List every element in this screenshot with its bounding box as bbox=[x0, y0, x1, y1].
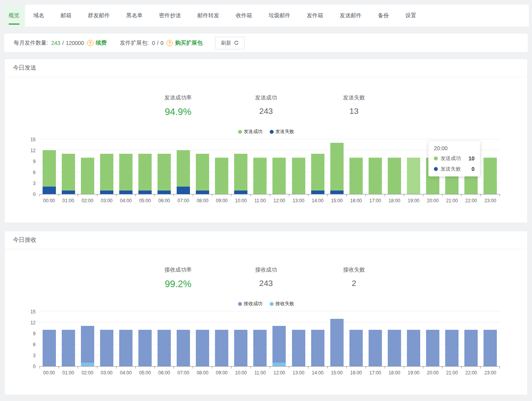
bar-13:00[interactable] bbox=[289, 312, 308, 366]
refresh-button[interactable]: 刷新 bbox=[215, 37, 245, 49]
bar-06:00[interactable] bbox=[154, 140, 174, 194]
bar-segment-接收成功 bbox=[445, 330, 459, 366]
question-circle-icon[interactable]: ? bbox=[87, 40, 93, 46]
legend-item-接收失败[interactable]: 接收失败 bbox=[270, 300, 294, 307]
legend-item-发送成功[interactable]: 发送成功 bbox=[238, 128, 263, 135]
receive-stats-row: 接收成功率99.2%接收成功243接收失败2 bbox=[5, 266, 527, 290]
bar-22:00[interactable] bbox=[462, 312, 481, 366]
bar-20:00[interactable] bbox=[423, 312, 442, 366]
axis-tick bbox=[39, 367, 59, 369]
bar-11:00[interactable] bbox=[251, 140, 270, 194]
bar-18:00[interactable] bbox=[385, 312, 404, 366]
tooltip-title: 20:00 bbox=[434, 145, 475, 151]
bar-stack bbox=[234, 154, 247, 194]
bar-21:00[interactable] bbox=[442, 312, 462, 366]
stat-发送失败: 发送失败13 bbox=[310, 94, 398, 117]
bar-23:00[interactable] bbox=[481, 312, 500, 366]
question-circle-icon[interactable]: ? bbox=[167, 40, 173, 46]
bar-00:00[interactable] bbox=[39, 312, 59, 366]
axis-tick bbox=[328, 194, 347, 196]
bar-segment-接收成功 bbox=[311, 330, 324, 366]
tab-群发邮件[interactable]: 群发邮件 bbox=[80, 5, 118, 27]
legend-item-发送失败[interactable]: 发送失败 bbox=[270, 128, 294, 135]
tab-设置[interactable]: 设置 bbox=[397, 5, 425, 27]
bar-15:00[interactable] bbox=[327, 312, 346, 366]
bar-14:00[interactable] bbox=[308, 312, 327, 366]
x-axis-label: 09:00 bbox=[212, 198, 231, 203]
bar-09:00[interactable] bbox=[212, 140, 231, 194]
stat-发送成功: 发送成功243 bbox=[222, 94, 310, 117]
tab-垃圾邮件[interactable]: 垃圾邮件 bbox=[260, 5, 299, 27]
bar-17:00[interactable] bbox=[365, 312, 385, 366]
tab-发送邮件[interactable]: 发送邮件 bbox=[331, 5, 370, 27]
bar-08:00[interactable] bbox=[193, 312, 212, 366]
bar-stack bbox=[330, 319, 344, 366]
bar-18:00[interactable] bbox=[385, 140, 404, 194]
bar-02:00[interactable] bbox=[78, 140, 97, 194]
tab-发件箱[interactable]: 发件箱 bbox=[299, 5, 331, 27]
tooltip-series-label: 发送失败 bbox=[441, 165, 461, 173]
axis-tick bbox=[385, 367, 404, 369]
x-axis-label: 00:00 bbox=[39, 198, 59, 203]
bar-19:00[interactable] bbox=[404, 312, 423, 366]
bar-07:00[interactable] bbox=[174, 140, 193, 194]
bar-23:00[interactable] bbox=[481, 140, 500, 194]
tab-label: 备份 bbox=[378, 12, 389, 19]
bar-10:00[interactable] bbox=[231, 312, 251, 366]
x-axis-label: 06:00 bbox=[154, 370, 174, 376]
bar-11:00[interactable] bbox=[251, 312, 270, 366]
bar-00:00[interactable] bbox=[39, 140, 59, 194]
bar-05:00[interactable] bbox=[135, 312, 154, 366]
legend-label: 发送成功 bbox=[244, 128, 263, 135]
x-axis-label: 11:00 bbox=[251, 370, 270, 376]
bar-segment-发送失败 bbox=[311, 191, 324, 194]
tab-邮件转发[interactable]: 邮件转发 bbox=[189, 5, 227, 27]
axis-tick bbox=[174, 194, 193, 196]
legend-item-接收成功[interactable]: 接收成功 bbox=[238, 300, 263, 307]
bar-08:00[interactable] bbox=[193, 140, 212, 194]
bar-03:00[interactable] bbox=[97, 312, 116, 366]
x-axis-label: 10:00 bbox=[231, 198, 251, 203]
bar-17:00[interactable] bbox=[365, 140, 385, 194]
tab-密件抄送[interactable]: 密件抄送 bbox=[151, 5, 189, 27]
send-chart-legend: 发送成功发送失败 bbox=[5, 128, 527, 135]
tab-收件箱[interactable]: 收件箱 bbox=[227, 5, 260, 27]
bar-06:00[interactable] bbox=[154, 312, 174, 366]
stat-value: 13 bbox=[310, 106, 398, 116]
chart-tooltip: 20:00 发送成功10发送失败0 bbox=[428, 141, 480, 176]
buy-expansion-pack-link[interactable]: 购买扩展包 bbox=[175, 40, 202, 47]
axis-tick bbox=[251, 367, 270, 369]
bars-row bbox=[39, 312, 500, 366]
y-axis-label: 0 bbox=[33, 364, 36, 369]
bar-segment-发送失败 bbox=[62, 191, 75, 194]
tab-域名[interactable]: 域名 bbox=[25, 5, 52, 27]
bar-15:00[interactable] bbox=[327, 140, 346, 194]
bar-02:00[interactable] bbox=[78, 312, 97, 366]
tab-黑名单[interactable]: 黑名单 bbox=[118, 5, 151, 27]
axis-tick bbox=[193, 194, 212, 196]
bar-01:00[interactable] bbox=[59, 140, 78, 194]
bar-16:00[interactable] bbox=[346, 312, 365, 366]
bar-09:00[interactable] bbox=[212, 312, 231, 366]
axis-tick bbox=[174, 367, 193, 369]
bar-10:00[interactable] bbox=[231, 140, 251, 194]
bar-14:00[interactable] bbox=[308, 140, 327, 194]
bar-01:00[interactable] bbox=[59, 312, 78, 366]
bar-07:00[interactable] bbox=[174, 312, 193, 366]
bar-04:00[interactable] bbox=[116, 140, 135, 194]
renew-link[interactable]: 续费 bbox=[96, 40, 107, 47]
bar-12:00[interactable] bbox=[270, 312, 289, 366]
bar-19:00[interactable] bbox=[404, 140, 423, 194]
bar-16:00[interactable] bbox=[346, 140, 365, 194]
bar-03:00[interactable] bbox=[97, 140, 116, 194]
tab-label: 密件抄送 bbox=[159, 12, 181, 19]
tab-备份[interactable]: 备份 bbox=[370, 5, 397, 27]
tab-概览[interactable]: 概览 bbox=[3, 5, 25, 27]
bar-13:00[interactable] bbox=[289, 140, 308, 194]
tab-邮箱[interactable]: 邮箱 bbox=[52, 5, 80, 27]
bar-05:00[interactable] bbox=[135, 140, 154, 194]
x-axis-label: 08:00 bbox=[193, 198, 212, 203]
bar-04:00[interactable] bbox=[116, 312, 135, 366]
bar-12:00[interactable] bbox=[270, 140, 289, 194]
tab-label: 黑名单 bbox=[126, 12, 143, 19]
